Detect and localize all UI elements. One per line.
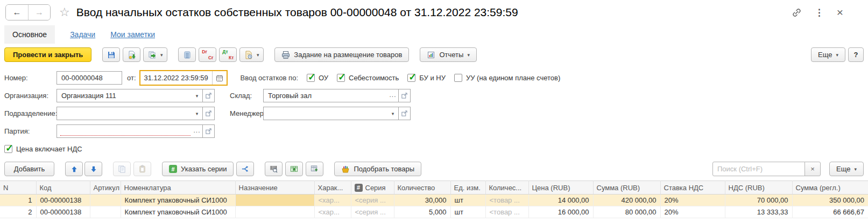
cell-amount-regl[interactable]: 66 666,67 — [792, 206, 868, 218]
cell-unit[interactable]: шт — [450, 195, 485, 206]
table-row[interactable]: 2 00-00000138 Комплект упаковочный СИ100… — [0, 206, 868, 218]
back-button[interactable]: ← — [6, 5, 28, 20]
warehouse-open-button[interactable] — [398, 89, 411, 102]
cell-n[interactable]: 2 — [0, 206, 36, 218]
cell-series[interactable]: <серия ... — [351, 195, 394, 206]
choose-ellipsis-icon[interactable]: ... — [192, 125, 202, 137]
cell-code[interactable]: 00-00000138 — [36, 206, 90, 218]
tab-main[interactable]: Основное — [4, 25, 55, 44]
split-row-button[interactable] — [236, 162, 254, 176]
dtkt-movements-button[interactable]: ДтКт — [219, 47, 237, 62]
search-clear-button[interactable]: × — [805, 162, 821, 176]
column-header-nomenclature[interactable]: Номенклатура — [121, 181, 235, 195]
checkbox-cost[interactable]: Себестоимость — [337, 74, 399, 82]
help-button[interactable]: ? — [848, 47, 864, 62]
add-table-column-button[interactable] — [306, 162, 323, 176]
forward-button[interactable]: → — [28, 5, 50, 20]
cell-goods-qty[interactable]: <товар ... — [485, 206, 528, 218]
post-and-close-button[interactable]: Провести и закрыть — [4, 47, 91, 62]
cell-n[interactable]: 1 — [0, 195, 36, 206]
cell-vat-rate[interactable]: 20% — [660, 206, 725, 218]
column-header-series[interactable]: #Серия — [351, 181, 394, 195]
cell-amount-regl[interactable]: 350 000,00 — [792, 195, 868, 206]
cell-nomenclature[interactable]: Комплект упаковочный СИ1000 — [121, 206, 235, 218]
column-header-amount-regl[interactable]: Сумма (регл.) — [792, 181, 868, 195]
column-header-quantity[interactable]: Количество — [394, 181, 450, 195]
column-header-vat-amount[interactable]: НДС (RUB) — [725, 181, 792, 195]
date-field[interactable]: 31.12.2022 23:59:59 — [139, 70, 228, 86]
more-button[interactable]: Еще ▾ — [811, 47, 845, 62]
batch-field[interactable]: ... — [57, 124, 203, 138]
chevron-down-icon[interactable]: ▾ — [192, 107, 202, 120]
number-field[interactable]: 00-00000048 — [57, 71, 122, 85]
tab-my-notes[interactable]: Мои заметки — [110, 30, 155, 39]
cell-vat-amount[interactable]: 13 333,33 — [725, 206, 792, 218]
cell-goods-qty[interactable]: <товар ... — [485, 195, 528, 206]
close-icon[interactable]: × — [837, 6, 843, 19]
manager-open-button[interactable] — [398, 107, 411, 120]
document-schedule-button[interactable]: ▾ — [239, 47, 264, 62]
reports-button[interactable]: Отчеты ▾ — [420, 47, 476, 62]
calendar-button[interactable] — [212, 71, 227, 85]
department-open-button[interactable] — [202, 107, 215, 120]
favorite-star-icon[interactable]: ☆ — [59, 5, 70, 19]
load-table-button[interactable] — [285, 162, 303, 176]
more-menu-icon[interactable]: ⋮ — [815, 7, 824, 18]
save-button[interactable] — [102, 47, 120, 62]
cell-vat-amount[interactable]: 70 000,00 — [725, 195, 792, 206]
cell-code[interactable]: 00-00000138 — [36, 195, 90, 206]
checkbox-ou[interactable]: ОУ — [307, 74, 328, 82]
cell-amount[interactable]: 420 000,00 — [593, 195, 660, 206]
column-header-vat-rate[interactable]: Ставка НДС — [660, 181, 725, 195]
create-based-on-button[interactable]: ▾ — [143, 47, 167, 62]
cell-characteristic[interactable]: <хар... — [314, 206, 351, 218]
column-header-unit[interactable]: Ед. изм. — [450, 181, 485, 195]
move-up-button[interactable] — [65, 162, 83, 176]
column-header-price[interactable]: Цена (RUB) — [528, 181, 593, 195]
column-header-code[interactable]: Код — [36, 181, 90, 195]
department-field[interactable]: ▾ — [57, 107, 203, 120]
placement-task-button[interactable]: Задание на размещение товаров — [274, 47, 409, 62]
tab-tasks[interactable]: Задачи — [70, 30, 95, 39]
column-header-goods-qty[interactable]: Количес... — [485, 181, 528, 195]
column-header-amount[interactable]: Сумма (RUB) — [593, 181, 660, 195]
organization-open-button[interactable] — [202, 89, 215, 102]
cell-amount[interactable]: 80 000,00 — [593, 206, 660, 218]
checkbox-bu-nu[interactable]: БУ и НУ — [407, 74, 446, 82]
checkbox-vat-included[interactable]: Цена включает НДС — [4, 145, 82, 153]
checkbox-uu[interactable]: УУ (на едином плане счетов) — [454, 74, 560, 82]
warehouse-field[interactable]: Торговый зал ... — [263, 89, 399, 102]
chevron-down-icon[interactable]: ▾ — [192, 89, 202, 102]
batch-open-button[interactable] — [202, 124, 215, 138]
organization-field[interactable]: Организация 111 ▾ — [57, 89, 203, 102]
link-icon[interactable] — [792, 8, 802, 18]
table-row[interactable]: 1 00-00000138 Комплект упаковочный СИ100… — [0, 195, 868, 206]
register-records-button[interactable] — [178, 47, 196, 62]
column-header-characteristic[interactable]: Харак... — [314, 181, 351, 195]
cell-characteristic[interactable]: <хар... — [314, 195, 351, 206]
drcr-movements-button[interactable]: DrCr — [199, 47, 216, 62]
move-down-button[interactable] — [84, 162, 102, 176]
pick-goods-button[interactable]: Подобрать товары — [334, 162, 421, 176]
choose-ellipsis-icon[interactable]: ... — [387, 89, 398, 102]
cell-purpose[interactable] — [235, 195, 314, 206]
cell-purpose[interactable] — [235, 206, 314, 218]
manager-field[interactable]: ▾ — [263, 107, 399, 120]
barcode-search-button[interactable] — [265, 162, 283, 176]
search-input[interactable] — [712, 162, 805, 176]
cell-unit[interactable]: шт — [450, 206, 485, 218]
cell-article[interactable] — [90, 206, 121, 218]
cell-quantity[interactable]: 5,000 — [394, 206, 450, 218]
cell-price[interactable]: 16 000,00 — [528, 206, 593, 218]
specify-series-button[interactable]: # Указать серии — [162, 162, 234, 176]
cell-quantity[interactable]: 30,000 — [394, 195, 450, 206]
cell-nomenclature[interactable]: Комплект упаковочный СИ1000 — [121, 195, 235, 206]
grid-more-button[interactable]: Еще ▾ — [829, 162, 864, 176]
cell-price[interactable]: 14 000,00 — [528, 195, 593, 206]
cell-series[interactable]: <серия ... — [351, 206, 394, 218]
chevron-down-icon[interactable]: ▾ — [387, 107, 398, 120]
post-document-button[interactable] — [123, 47, 140, 62]
column-header-n[interactable]: N — [0, 181, 36, 195]
cell-vat-rate[interactable]: 20% — [660, 195, 725, 206]
column-header-purpose[interactable]: Назначение — [235, 181, 314, 195]
